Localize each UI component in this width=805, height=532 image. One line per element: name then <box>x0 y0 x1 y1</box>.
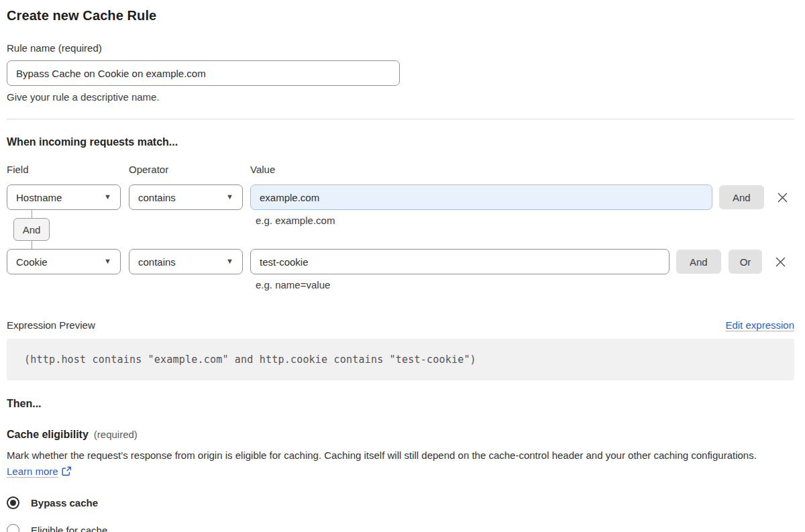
value-column-label: Value <box>250 164 275 175</box>
operator-select-1[interactable]: contains ▼ <box>129 184 243 210</box>
expression-preview-label: Expression Preview <box>7 319 95 331</box>
cache-eligibility-heading: Cache eligibility <box>7 429 89 441</box>
rule-name-input[interactable] <box>7 60 400 86</box>
expression-header: Expression Preview Edit expression <box>7 319 794 331</box>
connector-block: And e.g. example.com <box>7 210 794 249</box>
expression-code: (http.host contains "example.com" and ht… <box>24 354 476 366</box>
rule-name-helper: Give your rule a descriptive name. <box>7 91 794 103</box>
page-title: Create new Cache Rule <box>7 8 794 23</box>
connector-line-bottom <box>32 241 32 249</box>
operator-column-label: Operator <box>129 164 250 175</box>
required-note: (required) <box>94 429 138 440</box>
value-hint-2: e.g. name=value <box>256 279 794 290</box>
connector-and-button[interactable]: And <box>13 218 50 241</box>
operator-select-1-value: contains <box>138 192 176 203</box>
rule-name-group: Rule name (required) Give your rule a de… <box>7 42 794 103</box>
field-column-label: Field <box>7 164 129 175</box>
connector-line-top <box>32 210 32 218</box>
field-select-1[interactable]: Hostname ▼ <box>7 184 121 210</box>
radio-selected-icon <box>7 496 19 509</box>
chevron-down-icon: ▼ <box>104 193 111 201</box>
remove-condition-button-1[interactable] <box>775 191 790 205</box>
chevron-down-icon: ▼ <box>104 258 111 265</box>
create-cache-rule-page: Create new Cache Rule Rule name (require… <box>0 0 805 532</box>
operator-select-2[interactable]: contains ▼ <box>129 249 243 274</box>
section-divider <box>7 119 794 119</box>
chevron-down-icon: ▼ <box>226 193 233 201</box>
radio-unselected-icon <box>7 524 19 532</box>
condition-row-2: Cookie ▼ contains ▼ And Or <box>7 249 794 274</box>
builder-column-labels: Field Operator Value <box>7 164 794 175</box>
description-text: Mark whether the request’s response from… <box>7 449 757 461</box>
and-button-row-2[interactable]: And <box>676 250 721 274</box>
field-select-2[interactable]: Cookie ▼ <box>7 249 121 274</box>
field-select-2-value: Cookie <box>16 256 48 268</box>
close-icon <box>775 256 786 268</box>
radio-label-eligible-for-cache: Eligible for cache <box>31 525 107 532</box>
condition-row-1: Hostname ▼ contains ▼ And <box>7 184 794 210</box>
value-input-1[interactable] <box>250 184 712 210</box>
external-link-icon <box>62 465 72 481</box>
value-input-2[interactable] <box>250 249 669 274</box>
close-icon <box>777 192 788 203</box>
chevron-down-icon: ▼ <box>226 258 233 265</box>
radio-option-bypass-cache[interactable]: Bypass cache <box>7 496 794 509</box>
edit-expression-link[interactable]: Edit expression <box>725 319 794 331</box>
radio-option-eligible-for-cache[interactable]: Eligible for cache <box>7 524 794 532</box>
remove-condition-button-2[interactable] <box>773 255 788 269</box>
learn-more-link[interactable]: Learn more <box>7 466 58 477</box>
then-heading: Then... <box>7 398 794 410</box>
radio-label-bypass-cache: Bypass cache <box>31 497 98 509</box>
field-select-1-value: Hostname <box>16 192 62 203</box>
expression-preview-box: (http.host contains "example.com" and ht… <box>7 339 794 380</box>
rule-name-label: Rule name (required) <box>7 42 794 54</box>
or-button-row-2[interactable]: Or <box>729 250 763 274</box>
value-hint-1: e.g. example.com <box>256 215 335 226</box>
cache-eligibility-heading-row: Cache eligibility (required) <box>7 429 794 441</box>
match-heading: When incoming requests match... <box>7 136 794 148</box>
operator-select-2-value: contains <box>138 256 176 268</box>
connector-column: And <box>7 210 250 249</box>
cache-eligibility-description: Mark whether the request’s response from… <box>7 447 785 481</box>
and-button-row-1[interactable]: And <box>719 185 764 209</box>
